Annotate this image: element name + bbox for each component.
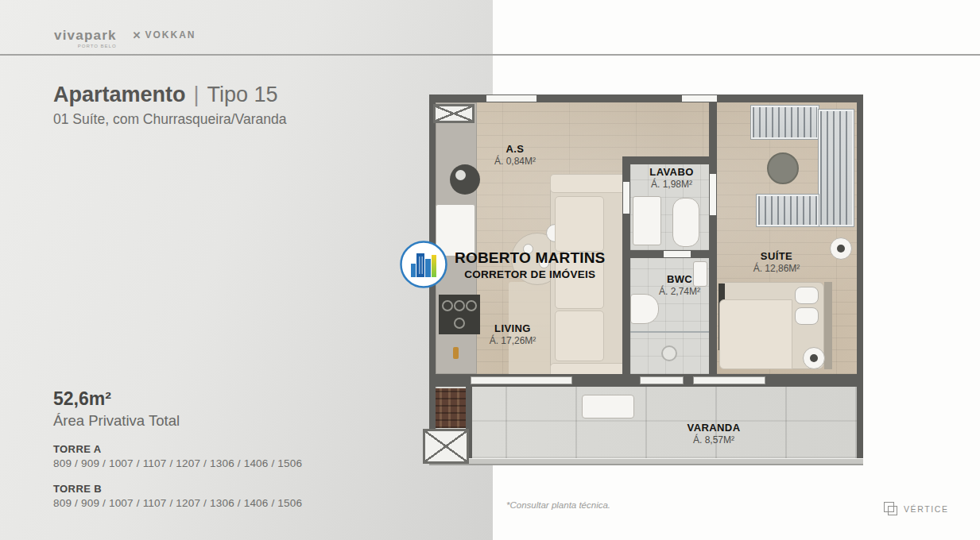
- balcony-rail: [429, 458, 863, 465]
- room-area: Á. 8,57M²: [688, 434, 741, 446]
- vendor-logo: VÉRTICE: [884, 502, 949, 516]
- window-gap: [682, 95, 717, 102]
- wall-right: [857, 94, 863, 458]
- sliding-door: [471, 376, 572, 384]
- room-label-lavabo: LAVABO Á. 1,98M²: [649, 166, 693, 190]
- realtor-text: ROBERTO MARTINS CORRETOR DE IMÓVEIS: [455, 249, 605, 280]
- kitchen-sink: [450, 164, 480, 195]
- kitchen-faucet: [455, 170, 466, 180]
- shaft-column-box: [433, 104, 475, 123]
- window-gap: [486, 95, 536, 102]
- room-name: LAVABO: [649, 166, 693, 178]
- bed-headboard: [824, 282, 832, 369]
- door-gap-lavabo: [623, 182, 629, 214]
- shaft-column-box: [423, 429, 469, 464]
- side-table-decor: [837, 245, 845, 253]
- vivapark-logo: vivapark Porto Belo: [54, 29, 117, 48]
- vivapark-wordmark: vivapark: [54, 29, 117, 42]
- title-separator: |: [194, 83, 199, 107]
- realtor-role: CORRETOR DE IMÓVEIS: [455, 268, 605, 280]
- header-brands: vivapark Porto Belo ✕ VOKKAN: [54, 29, 196, 48]
- burner-icon: [442, 300, 453, 311]
- bed-pillow: [795, 287, 819, 304]
- bed-blanket: [719, 299, 792, 369]
- varanda-floor: [436, 387, 857, 458]
- room-area: Á. 12,86M²: [753, 263, 800, 274]
- room-name: LIVING: [490, 322, 536, 334]
- room-label-varanda: VARANDA Á. 8,57M²: [688, 422, 741, 446]
- realtor-watermark: ROBERTO MARTINS CORRETOR DE IMÓVEIS: [399, 240, 605, 289]
- room-label-bwc: BWC Á. 2,74M²: [659, 273, 700, 297]
- title-subtitle: 01 Suíte, com Churrasqueira/Varanda: [53, 111, 286, 128]
- room-area: Á. 1,98M²: [649, 179, 693, 190]
- tower-a-units: 809 / 909 / 1007 / 1107 / 1207 / 1306 / …: [53, 457, 302, 469]
- door-gap-bwc: [664, 251, 691, 257]
- closet-lower: [757, 195, 819, 226]
- room-area: Á. 0,84M²: [494, 156, 536, 167]
- wall-suite-divider: [709, 94, 717, 374]
- room-name: SUÍTE: [753, 250, 800, 262]
- room-label-suite: SUÍTE Á. 12,86M²: [753, 250, 800, 274]
- room-label-as: A.S Á. 0,84M²: [494, 143, 536, 167]
- title-block: Apartamento | Tipo 15 01 Suíte, com Chur…: [53, 83, 286, 128]
- bed-pillow: [795, 307, 819, 325]
- tower-b-name: TORRE B: [53, 483, 302, 495]
- lavabo-sink-counter: [633, 196, 661, 245]
- varanda-bench: [582, 395, 634, 418]
- wall-lavabo-top: [622, 156, 717, 164]
- vivapark-subtitle: Porto Belo: [54, 44, 117, 48]
- room-area: Á. 2,74M²: [659, 286, 700, 297]
- burner-icon: [466, 300, 477, 311]
- room-area: Á. 17,26M²: [490, 335, 536, 346]
- burner-icon: [454, 300, 465, 311]
- lavabo-toilet: [672, 198, 699, 247]
- vokkan-logo: ✕ VOKKAN: [133, 29, 196, 40]
- tower-a-name: TORRE A: [53, 443, 302, 455]
- room-name: A.S: [494, 143, 536, 155]
- stove-cooktop: [439, 295, 480, 334]
- burner-icon: [454, 318, 465, 329]
- vendor-name: VÉRTICE: [904, 504, 949, 514]
- sofa-arm: [550, 174, 626, 193]
- title-variant: Tipo 15: [207, 83, 278, 107]
- side-table-decor: [810, 354, 818, 362]
- sliding-door: [693, 376, 765, 384]
- shower-drain: [661, 345, 677, 361]
- sofa-cushion: [555, 310, 604, 361]
- pouf: [767, 152, 799, 184]
- decor-bottle: [453, 347, 459, 359]
- tower-b-block: TORRE B 809 / 909 / 1007 / 1107 / 1207 /…: [53, 483, 302, 509]
- vokkan-wordmark: VOKKAN: [145, 29, 196, 40]
- vokkan-x-icon: ✕: [133, 30, 141, 40]
- summary-block: 52,6m² Área Privativa Total TORRE A 809 …: [53, 388, 302, 509]
- closet-top: [751, 106, 819, 139]
- title-main: Apartamento: [53, 83, 186, 107]
- header-divider-line: [0, 54, 980, 56]
- vertice-squares-icon: [884, 502, 898, 516]
- tower-b-units: 809 / 909 / 1007 / 1107 / 1207 / 1306 / …: [53, 497, 302, 509]
- private-area-label: Área Privativa Total: [53, 412, 302, 430]
- private-area-value: 52,6m²: [53, 388, 302, 410]
- tower-a-block: TORRE A 809 / 909 / 1007 / 1107 / 1207 /…: [53, 443, 302, 469]
- room-name: VARANDA: [688, 422, 741, 434]
- brochure-slide: vivapark Porto Belo ✕ VOKKAN Apartamento…: [0, 0, 980, 540]
- churrasqueira-grill: [431, 388, 467, 428]
- closet-right: [819, 110, 854, 226]
- door-gap-suite: [710, 174, 716, 215]
- page-title: Apartamento | Tipo 15: [53, 83, 286, 107]
- realtor-name: ROBERTO MARTINS: [455, 249, 605, 267]
- room-name: BWC: [659, 273, 700, 285]
- bwc-toilet: [630, 294, 659, 324]
- sliding-door: [640, 376, 684, 384]
- realtor-logo-icon: [399, 240, 448, 289]
- room-label-living: LIVING Á. 17,26M²: [490, 322, 536, 346]
- shower-glass: [630, 331, 709, 333]
- footnote: *Consultar planta técnica.: [506, 500, 610, 510]
